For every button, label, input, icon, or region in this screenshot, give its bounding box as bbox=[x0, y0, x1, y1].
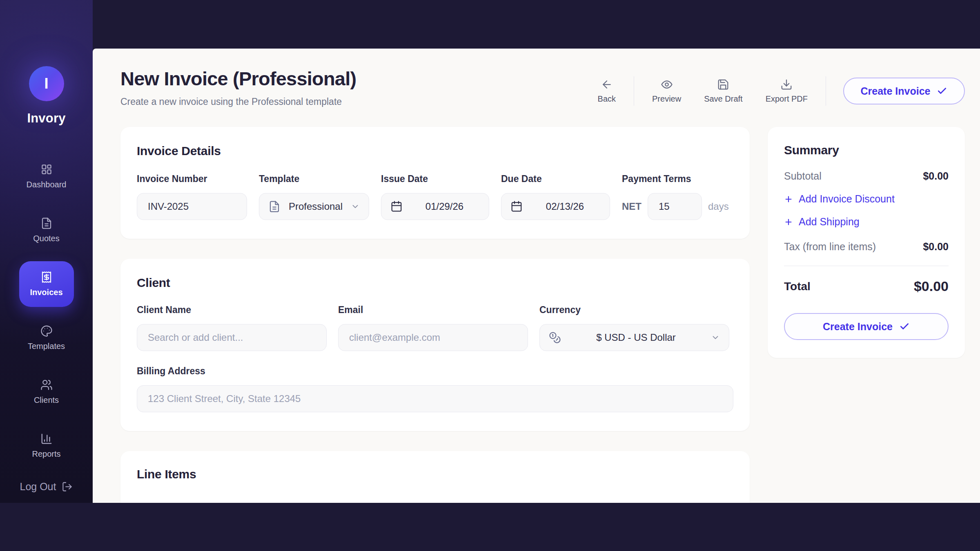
header-actions: Back Preview Save Draft Export PDF bbox=[586, 76, 965, 106]
back-label: Back bbox=[598, 94, 616, 104]
preview-button[interactable]: Preview bbox=[641, 78, 693, 104]
billing-address-input[interactable] bbox=[137, 385, 733, 412]
line-items-card: Line Items bbox=[120, 451, 750, 503]
page-subtitle: Create a new invoice using the Professio… bbox=[120, 96, 356, 107]
page-header-text: New Invoice (Professional) Create a new … bbox=[120, 67, 356, 107]
client-card: Client Client Name Email Currency bbox=[120, 259, 750, 431]
payment-terms-group: NET days bbox=[622, 193, 729, 220]
payment-terms-input[interactable] bbox=[648, 193, 702, 220]
brand: I Invory bbox=[0, 66, 93, 126]
due-date-input[interactable]: 02/13/26 bbox=[501, 193, 610, 220]
client-name-field: Client Name bbox=[137, 304, 327, 351]
payment-terms-label: Payment Terms bbox=[622, 173, 729, 184]
due-date-value: 02/13/26 bbox=[529, 201, 601, 212]
summary-column: Summary Subtotal $0.00 Add Invoice Disco… bbox=[768, 127, 965, 358]
due-date-field: Due Date 02/13/26 bbox=[501, 173, 610, 220]
client-heading: Client bbox=[137, 276, 733, 290]
invoice-details-fields: Invoice Number Template Professional bbox=[137, 173, 733, 220]
toolbar-divider bbox=[634, 76, 634, 106]
add-shipping-link[interactable]: Add Shipping bbox=[784, 216, 949, 228]
email-input[interactable] bbox=[338, 324, 528, 351]
total-row: Total $0.00 bbox=[784, 278, 949, 294]
summary-heading: Summary bbox=[784, 143, 949, 157]
toolbar-divider bbox=[826, 76, 826, 106]
subtotal-value: $0.00 bbox=[923, 170, 949, 182]
arrow-left-icon bbox=[601, 78, 613, 91]
billing-address-field: Billing Address bbox=[137, 366, 733, 412]
create-invoice-label: Create Invoice bbox=[861, 85, 931, 97]
template-select[interactable]: Professional bbox=[259, 193, 369, 220]
issue-date-value: 01/29/26 bbox=[409, 201, 480, 212]
invoice-number-field: Invoice Number bbox=[137, 173, 247, 220]
quote-document-icon bbox=[40, 217, 53, 229]
page-title: New Invoice (Professional) bbox=[120, 67, 356, 90]
issue-date-field: Issue Date 01/29/26 bbox=[381, 173, 489, 220]
total-label: Total bbox=[784, 280, 811, 293]
sidebar-item-templates[interactable]: Templates bbox=[19, 315, 74, 361]
palette-icon bbox=[40, 325, 53, 337]
form-column: Invoice Details Invoice Number Template … bbox=[120, 127, 750, 503]
back-button[interactable]: Back bbox=[586, 78, 627, 104]
logout-button[interactable]: Log Out bbox=[0, 481, 93, 493]
check-icon bbox=[899, 321, 910, 332]
eye-icon bbox=[661, 78, 673, 91]
client-name-input[interactable] bbox=[137, 324, 327, 351]
subtotal-label: Subtotal bbox=[784, 170, 822, 182]
plus-icon bbox=[784, 218, 793, 227]
sidebar-item-reports[interactable]: Reports bbox=[19, 423, 74, 469]
invoice-number-label: Invoice Number bbox=[137, 173, 247, 184]
coins-icon bbox=[549, 331, 561, 344]
dashboard-grid-icon bbox=[40, 163, 53, 176]
currency-value: $ USD - US Dollar bbox=[568, 332, 704, 343]
logo-letter: I bbox=[44, 75, 48, 92]
template-label: Template bbox=[259, 173, 369, 184]
template-field: Template Professional bbox=[259, 173, 369, 220]
billing-address-label: Billing Address bbox=[137, 366, 733, 377]
email-field: Email bbox=[338, 304, 528, 351]
main-panel: New Invoice (Professional) Create a new … bbox=[93, 49, 980, 503]
page-header: New Invoice (Professional) Create a new … bbox=[120, 67, 965, 107]
sidebar-nav: Dashboard Quotes Invoices Templates Clie… bbox=[0, 153, 93, 469]
sidebar-item-dashboard[interactable]: Dashboard bbox=[19, 153, 74, 199]
add-shipping-label: Add Shipping bbox=[799, 216, 860, 228]
currency-select[interactable]: $ USD - US Dollar bbox=[539, 324, 729, 351]
save-draft-button[interactable]: Save Draft bbox=[693, 78, 754, 104]
sidebar-item-label: Quotes bbox=[33, 234, 59, 243]
due-date-label: Due Date bbox=[501, 173, 610, 184]
sidebar-item-label: Dashboard bbox=[27, 180, 67, 189]
summary-card: Summary Subtotal $0.00 Add Invoice Disco… bbox=[768, 127, 965, 358]
app-logo: I bbox=[29, 66, 64, 101]
export-pdf-label: Export PDF bbox=[766, 94, 808, 104]
create-invoice-button[interactable]: Create Invoice bbox=[843, 78, 965, 104]
currency-label: Currency bbox=[539, 304, 729, 315]
days-suffix: days bbox=[708, 201, 729, 212]
issue-date-input[interactable]: 01/29/26 bbox=[381, 193, 489, 220]
add-discount-link[interactable]: Add Invoice Discount bbox=[784, 193, 949, 205]
currency-field: Currency $ USD - US Dollar bbox=[539, 304, 729, 351]
check-icon bbox=[937, 86, 947, 96]
tax-label: Tax (from line items) bbox=[784, 241, 876, 253]
client-name-label: Client Name bbox=[137, 304, 327, 315]
download-icon bbox=[780, 78, 793, 91]
sidebar-item-clients[interactable]: Clients bbox=[19, 369, 74, 415]
create-invoice-summary-label: Create Invoice bbox=[823, 321, 893, 333]
sidebar-item-label: Reports bbox=[32, 449, 60, 459]
sidebar: I Invory Dashboard Quotes Invoices bbox=[0, 0, 93, 503]
bar-chart-icon bbox=[40, 433, 53, 445]
add-discount-label: Add Invoice Discount bbox=[799, 193, 895, 205]
sidebar-item-invoices[interactable]: Invoices bbox=[19, 261, 74, 307]
line-items-heading: Line Items bbox=[137, 467, 733, 481]
users-icon bbox=[40, 379, 53, 391]
app-name: Invory bbox=[27, 111, 65, 126]
sidebar-item-label: Clients bbox=[34, 395, 59, 405]
invoice-number-input[interactable] bbox=[137, 193, 247, 220]
client-fields: Client Name Email Currency $ USD bbox=[137, 304, 733, 351]
preview-label: Preview bbox=[652, 94, 681, 104]
create-invoice-summary-button[interactable]: Create Invoice bbox=[784, 313, 949, 340]
save-draft-label: Save Draft bbox=[704, 94, 742, 104]
chevron-down-icon bbox=[351, 202, 360, 211]
export-pdf-button[interactable]: Export PDF bbox=[754, 78, 819, 104]
sidebar-item-label: Invoices bbox=[30, 288, 62, 297]
sidebar-item-quotes[interactable]: Quotes bbox=[19, 207, 74, 253]
tax-value: $0.00 bbox=[923, 241, 949, 253]
